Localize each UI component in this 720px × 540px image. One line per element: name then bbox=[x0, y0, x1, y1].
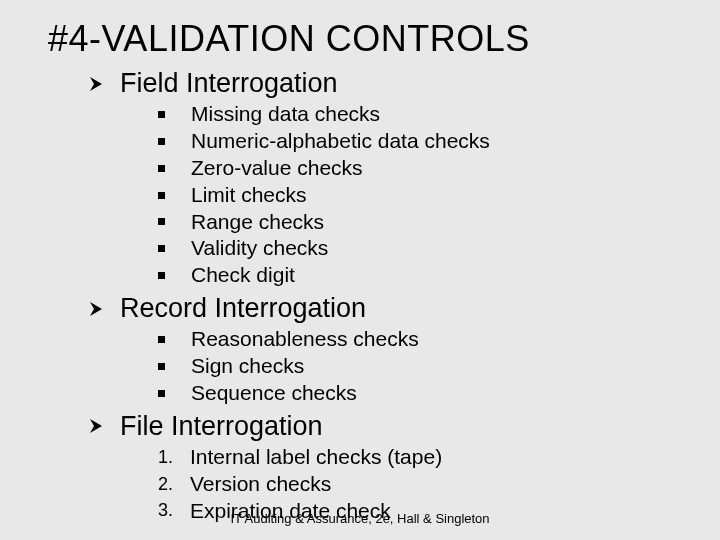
list-item-text: Validity checks bbox=[191, 235, 328, 262]
section: Field InterrogationMissing data checksNu… bbox=[88, 68, 680, 289]
square-bullet-icon bbox=[158, 336, 165, 343]
list-item: Sequence checks bbox=[158, 380, 680, 407]
square-bullet-icon bbox=[158, 245, 165, 252]
square-bullet-icon bbox=[158, 111, 165, 118]
list-item-text: Version checks bbox=[190, 471, 331, 498]
square-bullet-icon bbox=[158, 272, 165, 279]
section-label: Record Interrogation bbox=[120, 293, 366, 324]
number-bullet: 1. bbox=[158, 446, 178, 469]
list-item-text: Check digit bbox=[191, 262, 295, 289]
arrow-icon bbox=[88, 75, 106, 93]
number-bullet: 2. bbox=[158, 473, 178, 496]
list-item-text: Reasonableness checks bbox=[191, 326, 419, 353]
list-item-text: Limit checks bbox=[191, 182, 307, 209]
list-item-text: Sequence checks bbox=[191, 380, 357, 407]
sublist: Missing data checksNumeric-alphabetic da… bbox=[158, 101, 680, 289]
square-bullet-icon bbox=[158, 363, 165, 370]
list-item-text: Sign checks bbox=[191, 353, 304, 380]
content-area: Field InterrogationMissing data checksNu… bbox=[40, 68, 680, 524]
list-item: Reasonableness checks bbox=[158, 326, 680, 353]
section-header: File Interrogation bbox=[88, 411, 680, 442]
section-header: Record Interrogation bbox=[88, 293, 680, 324]
list-item: Numeric-alphabetic data checks bbox=[158, 128, 680, 155]
list-item: Zero-value checks bbox=[158, 155, 680, 182]
sublist: Reasonableness checksSign checksSequence… bbox=[158, 326, 680, 407]
list-item: 2.Version checks bbox=[158, 471, 680, 498]
footer-text: IT Auditing & Assurance, 2e, Hall & Sing… bbox=[0, 511, 720, 526]
list-item-text: Range checks bbox=[191, 209, 324, 236]
square-bullet-icon bbox=[158, 138, 165, 145]
section-label: Field Interrogation bbox=[120, 68, 338, 99]
list-item: 1.Internal label checks (tape) bbox=[158, 444, 680, 471]
section-header: Field Interrogation bbox=[88, 68, 680, 99]
list-item: Validity checks bbox=[158, 235, 680, 262]
list-item-text: Internal label checks (tape) bbox=[190, 444, 442, 471]
list-item: Missing data checks bbox=[158, 101, 680, 128]
list-item-text: Missing data checks bbox=[191, 101, 380, 128]
square-bullet-icon bbox=[158, 218, 165, 225]
section-label: File Interrogation bbox=[120, 411, 323, 442]
list-item: Check digit bbox=[158, 262, 680, 289]
list-item: Limit checks bbox=[158, 182, 680, 209]
arrow-icon bbox=[88, 300, 106, 318]
square-bullet-icon bbox=[158, 390, 165, 397]
section: Record InterrogationReasonableness check… bbox=[88, 293, 680, 407]
section: File Interrogation1.Internal label check… bbox=[88, 411, 680, 525]
square-bullet-icon bbox=[158, 165, 165, 172]
list-item: Sign checks bbox=[158, 353, 680, 380]
square-bullet-icon bbox=[158, 192, 165, 199]
list-item: Range checks bbox=[158, 209, 680, 236]
list-item-text: Numeric-alphabetic data checks bbox=[191, 128, 490, 155]
slide-title: #4-VALIDATION CONTROLS bbox=[48, 18, 680, 60]
arrow-icon bbox=[88, 417, 106, 435]
list-item-text: Zero-value checks bbox=[191, 155, 363, 182]
